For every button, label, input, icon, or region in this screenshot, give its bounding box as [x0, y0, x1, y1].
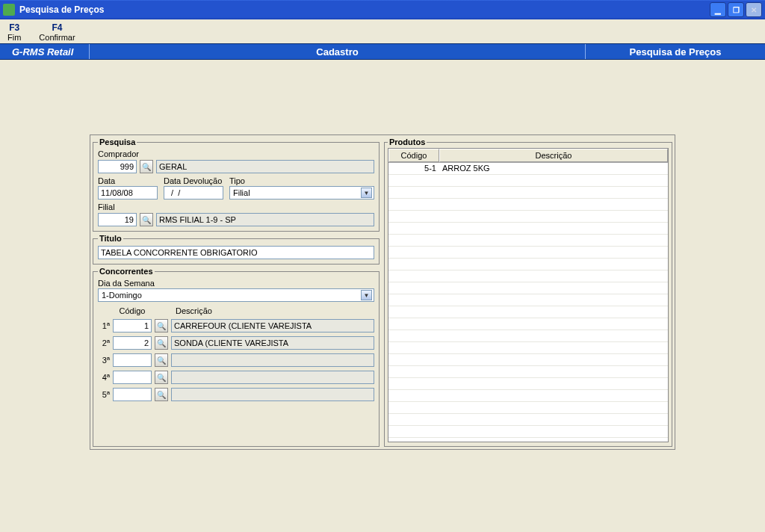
binoculars-icon: 🔍 — [157, 374, 166, 382]
produtos-group: Produtos Código Descrição 5-1ARROZ 5KG — [384, 137, 672, 447]
devolucao-input[interactable] — [164, 186, 223, 200]
concorrente-desc-display — [171, 371, 374, 384]
window-titlebar: Pesquisa de Preços ▁ ❐ ✕ — [0, 0, 765, 19]
concorrente-lookup-button[interactable]: 🔍 — [155, 319, 168, 332]
table-row — [388, 270, 668, 282]
concorrente-ord: 1ª — [98, 321, 110, 330]
table-row — [388, 211, 668, 223]
table-row — [388, 247, 668, 259]
tipo-value: Filial — [233, 188, 250, 197]
tipo-label: Tipo — [229, 176, 374, 185]
produtos-table: Código Descrição 5-1ARROZ 5KG — [388, 148, 669, 442]
produtos-body[interactable]: 5-1ARROZ 5KG — [388, 163, 668, 442]
table-row — [388, 366, 668, 378]
table-row — [388, 282, 668, 294]
data-input[interactable] — [98, 186, 158, 200]
header-mid: Cadastro — [90, 44, 586, 59]
concorrente-ord: 4ª — [98, 373, 110, 382]
table-row — [388, 199, 668, 211]
devolucao-label: Data Devolução — [164, 176, 226, 185]
titulo-legend: Titulo — [98, 234, 123, 243]
maximize-icon: ❐ — [733, 6, 740, 14]
table-row — [388, 318, 668, 330]
tipo-select[interactable]: Filial ▼ — [229, 186, 374, 200]
concorrentes-group: Concorrentes Dia da Semana 1-Domingo ▼ C… — [93, 267, 380, 447]
status-bar — [0, 529, 765, 532]
concorrente-code-input[interactable] — [113, 319, 152, 332]
pesquisa-group: Pesquisa Comprador 🔍 Data Data Devolução — [93, 137, 380, 232]
dia-value: 1-Domingo — [102, 291, 142, 300]
filial-desc-display — [156, 213, 374, 226]
concorrente-row: 5ª🔍 — [98, 388, 374, 401]
concorrente-lookup-button[interactable]: 🔍 — [155, 353, 168, 367]
table-row — [388, 414, 668, 426]
concorrente-desc-display — [171, 319, 374, 332]
table-row — [388, 426, 668, 438]
concorrentes-legend: Concorrentes — [98, 267, 155, 276]
comprador-lookup-button[interactable]: 🔍 — [140, 160, 153, 173]
close-button: ✕ — [746, 2, 762, 17]
maximize-button[interactable]: ❐ — [728, 2, 744, 17]
produto-code: 5-1 — [388, 163, 439, 174]
concorrente-lookup-button[interactable]: 🔍 — [155, 371, 168, 384]
binoculars-icon: 🔍 — [142, 163, 151, 171]
concorrente-row: 2ª🔍 — [98, 336, 374, 350]
close-icon: ✕ — [751, 6, 757, 14]
concorrente-desc-display — [171, 388, 374, 401]
data-label: Data — [98, 176, 161, 185]
chevron-down-icon: ▼ — [361, 188, 372, 198]
table-row — [388, 187, 668, 199]
concorrente-desc-display — [171, 336, 374, 350]
header-right: Pesquisa de Preços — [586, 44, 765, 59]
binoculars-icon: 🔍 — [157, 356, 166, 365]
header-bar: G-RMS Retail Cadastro Pesquisa de Preços — [0, 43, 765, 60]
f3-label: Fim — [7, 33, 21, 42]
comprador-desc-display — [156, 160, 374, 173]
table-row — [388, 342, 668, 354]
binoculars-icon: 🔍 — [157, 391, 166, 399]
concorrente-code-input[interactable] — [113, 371, 152, 384]
filial-code-input[interactable] — [98, 213, 137, 226]
table-row — [388, 354, 668, 366]
window-title: Pesquisa de Preços — [19, 4, 104, 15]
table-row[interactable]: 5-1ARROZ 5KG — [388, 163, 668, 175]
chevron-down-icon: ▼ — [361, 290, 372, 300]
produto-desc: ARROZ 5KG — [439, 163, 668, 174]
conc-descricao-header: Descrição — [171, 306, 374, 315]
table-row — [388, 223, 668, 235]
comprador-code-input[interactable] — [98, 160, 137, 173]
concorrente-lookup-button[interactable]: 🔍 — [155, 336, 168, 350]
titulo-group: Titulo — [93, 234, 380, 265]
table-row — [388, 306, 668, 318]
table-row — [388, 330, 668, 342]
concorrente-ord: 5ª — [98, 390, 110, 399]
concorrente-code-input[interactable] — [113, 388, 152, 401]
binoculars-icon: 🔍 — [142, 216, 151, 224]
table-row — [388, 235, 668, 247]
menu-fim[interactable]: F3 Fim — [7, 22, 21, 42]
concorrente-row: 4ª🔍 — [98, 371, 374, 384]
concorrente-lookup-button[interactable]: 🔍 — [155, 388, 168, 401]
concorrente-row: 1ª🔍 — [98, 319, 374, 332]
dia-select[interactable]: 1-Domingo ▼ — [98, 288, 374, 302]
concorrente-code-input[interactable] — [113, 353, 152, 367]
concorrente-ord: 2ª — [98, 338, 110, 347]
pesquisa-legend: Pesquisa — [98, 137, 137, 146]
binoculars-icon: 🔍 — [157, 322, 166, 330]
titulo-input[interactable] — [98, 246, 374, 259]
table-row — [388, 294, 668, 306]
concorrente-code-input[interactable] — [113, 336, 152, 350]
menu-confirmar[interactable]: F4 Confirmar — [39, 22, 75, 42]
concorrente-desc-display — [171, 353, 374, 367]
app-icon — [3, 4, 15, 16]
filial-label: Filial — [98, 202, 374, 211]
header-left: G-RMS Retail — [0, 44, 90, 59]
filial-lookup-button[interactable]: 🔍 — [140, 213, 153, 226]
produtos-descricao-header: Descrição — [439, 149, 668, 162]
minimize-button[interactable]: ▁ — [710, 2, 726, 17]
comprador-label: Comprador — [98, 149, 374, 158]
main-panel: Pesquisa Comprador 🔍 Data Data Devolução — [90, 134, 675, 450]
f4-label: Confirmar — [39, 33, 75, 42]
conc-codigo-header: Código — [113, 306, 152, 315]
concorrente-ord: 3ª — [98, 356, 110, 365]
